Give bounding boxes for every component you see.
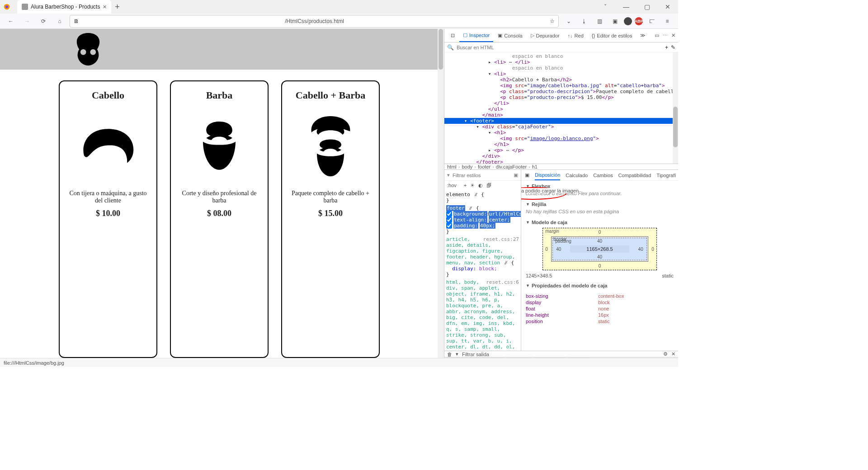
prop-key: box-sizing (526, 293, 598, 299)
devtools-panel: ⊡ ▢ Inspector ▣ Consola ▷ Depurador ↑↓ R… (444, 29, 678, 358)
back-button[interactable]: ← (5, 15, 17, 28)
console-toolbar: 🗑 ▾ Filtrar salida ⚙ ✕ (444, 351, 678, 357)
product-description: Con tijera o maáquina, a gusto del clien… (65, 190, 151, 204)
reload-button[interactable]: ⟳ (37, 15, 50, 28)
pocket-icon[interactable]: ⌄ (562, 15, 575, 28)
rule-checkbox[interactable] (446, 223, 452, 229)
console-filter-label: Filtrar salida (462, 352, 489, 357)
app-menu-button[interactable]: ≡ (661, 15, 674, 28)
file-icon: 🗎 (74, 18, 79, 24)
window-maximize-button[interactable]: ▢ (637, 0, 657, 14)
filter-funnel-icon[interactable]: ▾ (447, 172, 450, 178)
rule-checkbox[interactable] (446, 217, 452, 223)
tab-compatibilidad[interactable]: Compatibilidad (618, 170, 651, 180)
html-search-input[interactable] (457, 45, 662, 50)
position-value: static (662, 273, 674, 278)
eyedropper-icon[interactable]: ✎ (671, 44, 675, 51)
bookmark-star-icon[interactable]: ☆ (550, 18, 555, 24)
box-model[interactable]: margin 0 0 0 0 border padding (526, 228, 674, 270)
light-dark-icon[interactable]: ☀ (470, 183, 475, 188)
search-icon: 🔍 (447, 44, 454, 51)
tabs-dropdown-icon[interactable]: ˅ (595, 0, 616, 14)
tab-tipografia[interactable]: Tipografí (656, 170, 676, 180)
box-model-properties: box-sizingcontent-boxdisplayblockfloatno… (526, 293, 674, 324)
devtools-close-icon[interactable]: ✕ (671, 33, 675, 38)
browser-tab[interactable]: Alura BarberShop - Products × (17, 0, 111, 14)
prop-val: block (598, 300, 610, 305)
tabs-overflow[interactable]: ≫ (637, 29, 649, 42)
forward-button[interactable]: → (21, 15, 33, 28)
page-scrollbar[interactable] (438, 29, 444, 358)
tab-depurador[interactable]: ▷ Depurador (527, 29, 563, 42)
layout-pane-toggle[interactable]: ▣ (525, 172, 529, 178)
hov-toggle[interactable]: :hov (447, 183, 457, 188)
prop-val: 16px (598, 312, 609, 318)
svg-point-1 (5, 5, 8, 8)
styles-filter-input[interactable] (453, 173, 484, 178)
toggle-pane-icon[interactable]: ▣ (514, 172, 518, 178)
modelo-accordion[interactable]: Modelo de caja (526, 220, 674, 225)
pick-element-icon[interactable]: ⊡ (447, 29, 458, 42)
tree-scrollbar[interactable] (673, 52, 678, 164)
image-load-error: No se ha podido cargar la imagen (521, 188, 579, 193)
library-icon[interactable]: ▥ (593, 15, 606, 28)
product-title: Cabello + Barba (288, 89, 373, 101)
product-card: Cabello + Barba Paquete completo de cabe… (281, 80, 380, 358)
url-bar[interactable]: 🗎 /HtmlCss/productos.html ☆ (70, 15, 559, 28)
tab-consola[interactable]: ▣ Consola (494, 29, 526, 42)
styles-pane: ▾ ▣ :hov + ☀ ◐ 🗐 el (444, 170, 521, 351)
web-content: Cabello Con tijera o maáquina, a gusto d… (0, 29, 444, 358)
home-button[interactable]: ⌂ (53, 15, 66, 28)
add-node-icon[interactable]: + (665, 44, 668, 51)
grid-hint: No hay rejillas CSS en uso en esta págin… (526, 207, 674, 218)
console-close-icon[interactable]: ✕ (671, 351, 675, 357)
filter-funnel-icon[interactable]: ▾ (456, 351, 458, 357)
url-text: /HtmlCss/productos.html (83, 18, 546, 24)
prop-key: display (526, 300, 598, 305)
new-tab-button[interactable]: + (111, 0, 124, 14)
print-icon[interactable]: 🗐 (486, 183, 491, 188)
product-title: Cabello (65, 89, 151, 101)
add-rule-icon[interactable]: + (464, 183, 467, 188)
downloads-icon[interactable]: ⭳ (578, 15, 590, 28)
console-settings-icon[interactable]: ⚙ (663, 351, 668, 357)
css-rules[interactable]: elemento ⫽ {} footer ⫽ { produc….css:81 … (444, 190, 521, 351)
tab-calculado[interactable]: Calculado (566, 170, 588, 180)
breadcrumbs[interactable]: html› body› footer› div.cajaFooter› h1 (444, 164, 678, 170)
logo-silhouette (68, 29, 108, 70)
devtools-more-icon[interactable]: ⋯ (663, 33, 668, 38)
dock-mode-icon[interactable]: ▭ (655, 33, 659, 38)
product-image (65, 108, 151, 184)
favicon (22, 4, 28, 10)
browser-toolbar: ← → ⟳ ⌂ 🗎 /HtmlCss/productos.html ☆ ⌄ ⭳ … (0, 14, 678, 29)
product-price: $ 08.00 (176, 209, 262, 218)
tab-cambios[interactable]: Cambios (593, 170, 613, 180)
page-banner (0, 29, 444, 70)
tab-red[interactable]: ↑↓ Red (564, 29, 587, 42)
clear-console-icon[interactable]: 🗑 (447, 352, 452, 357)
window-close-button[interactable]: ✕ (657, 0, 678, 14)
tab-inspector[interactable]: ▢ Inspector (459, 29, 493, 42)
product-description: Paquete completo de cabello + barba (288, 190, 373, 204)
prop-key: float (526, 306, 598, 311)
product-card: Barba Corte y diseño profesional de barb… (170, 80, 269, 358)
rejilla-accordion[interactable]: Rejilla (526, 202, 674, 207)
product-title: Barba (176, 89, 262, 101)
extensions-icon[interactable]: ⫍ (646, 15, 658, 28)
rule-checkbox[interactable] (446, 211, 452, 217)
prop-key: line-height (526, 312, 598, 318)
account-icon[interactable] (624, 17, 632, 25)
firefox-logo[interactable] (0, 0, 14, 14)
html-tree[interactable]: espacio en blanco ▸ <li> ⋯ </li> espacio… (444, 52, 673, 164)
product-description: Corte y diseño profesional de barba (176, 190, 262, 204)
close-tab-icon[interactable]: × (103, 3, 106, 10)
browser-statusbar: file:///HtmlCss/image/bg.jpg (0, 358, 678, 367)
contrast-icon[interactable]: ◐ (478, 183, 483, 188)
sidebar-icon[interactable]: ▣ (609, 15, 621, 28)
props-accordion[interactable]: Propiedades del modelo de caja (526, 283, 674, 288)
window-minimize-button[interactable]: — (616, 0, 637, 14)
abp-icon[interactable]: ABP (635, 17, 643, 25)
html-search-bar: 🔍 + ✎ (444, 42, 678, 52)
tab-disposicion[interactable]: Disposición (535, 170, 560, 180)
tab-editor-estilos[interactable]: {} Editor de estilos (588, 29, 636, 42)
